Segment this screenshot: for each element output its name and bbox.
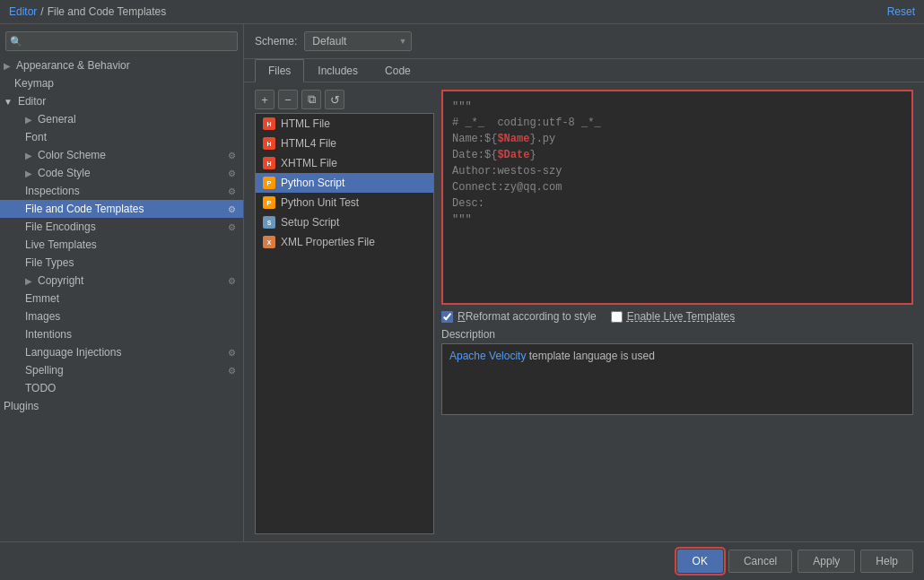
sidebar-item-language-injections[interactable]: Language Injections ⚙	[0, 343, 243, 361]
breadcrumb-separator: /	[40, 5, 43, 18]
sidebar-item-editor[interactable]: ▼ Editor	[0, 92, 243, 110]
scheme-bar: Scheme: Default Project	[244, 24, 924, 59]
file-item-label: XML Properties File	[281, 236, 375, 248]
list-item[interactable]: X XML Properties File	[256, 232, 433, 252]
sidebar-item-label: File Types	[25, 256, 74, 269]
sidebar-item-label: Images	[25, 310, 60, 323]
sidebar-item-inspections[interactable]: Inspections ⚙	[0, 182, 243, 200]
code-line: # _*_ coding:utf-8 _*_	[452, 115, 902, 131]
gear-icon: ⚙	[228, 169, 236, 178]
description-label: Description	[441, 328, 913, 341]
html-file-icon: H	[263, 157, 275, 169]
sidebar-item-todo[interactable]: TODO	[0, 379, 243, 397]
code-line: Author:westos-szy	[452, 163, 902, 179]
tab-includes[interactable]: Includes	[304, 59, 371, 82]
collapse-arrow-icon: ▶	[25, 276, 32, 286]
sidebar-item-copyright[interactable]: ▶ Copyright ⚙	[0, 272, 243, 290]
sidebar-item-label: Editor	[18, 95, 46, 108]
sidebar-item-file-encodings[interactable]: File Encodings ⚙	[0, 218, 243, 236]
breadcrumb-current: File and Code Templates	[48, 5, 167, 18]
sidebar-item-font[interactable]: Font	[0, 128, 243, 146]
copy-button[interactable]: ⧉	[301, 90, 321, 109]
sidebar-item-label: Emmet	[25, 292, 59, 305]
gear-icon: ⚙	[228, 204, 236, 214]
sidebar-item-color-scheme[interactable]: ▶ Color Scheme ⚙	[0, 146, 243, 164]
sidebar-item-emmet[interactable]: Emmet	[0, 290, 243, 307]
file-list-panel: + − ⧉ ↺ H HTML File H	[255, 90, 434, 534]
file-item-label: HTML File	[281, 117, 330, 130]
html-file-icon: H	[263, 137, 275, 150]
code-line: Connect:zy@qq.com	[452, 179, 902, 195]
reformat-checkbox[interactable]	[441, 311, 453, 323]
sidebar-item-appearance[interactable]: ▶ Appearance & Behavior	[0, 56, 243, 74]
sidebar-item-spelling[interactable]: Spelling ⚙	[0, 361, 243, 379]
code-line: """	[452, 99, 902, 115]
list-item[interactable]: P Python Script	[256, 173, 433, 193]
gear-icon: ⚙	[228, 276, 236, 286]
list-item[interactable]: P Python Unit Test	[256, 193, 433, 212]
sidebar-item-general[interactable]: ▶ General	[0, 110, 243, 128]
live-templates-checkbox-label[interactable]: Enable Live Templates	[611, 310, 736, 323]
reformat-label: RReformat according to style	[458, 310, 597, 323]
sidebar-item-label: Inspections	[25, 185, 80, 197]
breadcrumb-editor[interactable]: Editor	[9, 5, 37, 18]
sidebar-item-label: Plugins	[4, 400, 39, 412]
settings-dialog: Editor / File and Code Templates Reset 🔍…	[0, 0, 924, 580]
remove-button[interactable]: −	[278, 90, 298, 109]
sidebar-item-live-templates[interactable]: Live Templates	[0, 236, 243, 254]
html-file-icon: H	[263, 117, 275, 130]
sidebar-item-keymap[interactable]: Keymap	[0, 74, 243, 92]
list-item[interactable]: S Setup Script	[256, 212, 433, 232]
help-button[interactable]: Help	[860, 550, 913, 573]
setup-file-icon: S	[263, 216, 275, 229]
collapse-arrow-icon: ▶	[25, 151, 32, 160]
reset-link[interactable]: Reset	[887, 5, 915, 18]
sidebar-item-label: Intentions	[25, 328, 72, 341]
collapse-arrow-icon: ▼	[4, 97, 13, 107]
template-var: $Date	[497, 149, 529, 161]
list-item[interactable]: H HTML4 File	[256, 134, 433, 153]
search-input[interactable]	[5, 31, 238, 51]
dialog-footer: OK Cancel Apply Help	[0, 541, 924, 580]
reset-button[interactable]: ↺	[325, 90, 344, 109]
template-var: $Name	[497, 133, 529, 145]
file-item-label: HTML4 File	[281, 137, 336, 150]
sidebar-item-label: TODO	[25, 382, 56, 394]
scheme-label: Scheme:	[255, 35, 297, 48]
tab-code[interactable]: Code	[371, 59, 424, 82]
cancel-button[interactable]: Cancel	[728, 550, 792, 573]
ok-button[interactable]: OK	[677, 550, 723, 573]
search-box: 🔍	[5, 31, 238, 51]
file-item-label: Python Script	[281, 177, 344, 189]
python-file-icon: P	[263, 196, 275, 209]
sidebar-item-label: Copyright	[38, 274, 83, 287]
sidebar-item-label: Spelling	[25, 364, 64, 377]
sidebar-item-label: Appearance & Behavior	[16, 59, 130, 72]
apply-button[interactable]: Apply	[798, 550, 855, 573]
description-section: Description Apache Velocity template lan…	[441, 328, 913, 415]
sidebar-item-code-style[interactable]: ▶ Code Style ⚙	[0, 164, 243, 182]
scheme-select[interactable]: Default Project	[304, 31, 412, 51]
breadcrumb: Editor / File and Code Templates	[9, 5, 887, 18]
code-editor[interactable]: """ # _*_ coding:utf-8 _*_ Name:${$Name}…	[441, 90, 913, 305]
add-button[interactable]: +	[255, 90, 275, 109]
list-item[interactable]: H XHTML File	[256, 153, 433, 173]
editor-panel: """ # _*_ coding:utf-8 _*_ Name:${$Name}…	[441, 90, 913, 534]
sidebar-item-file-types[interactable]: File Types	[0, 254, 243, 272]
code-line: Desc:	[452, 195, 902, 212]
description-text: template language is used	[526, 350, 654, 362]
sidebar-item-images[interactable]: Images	[0, 307, 243, 325]
sidebar-item-plugins[interactable]: Plugins	[0, 397, 243, 415]
sidebar-item-file-and-code-templates[interactable]: File and Code Templates ⚙	[0, 200, 243, 218]
file-item-label: Python Unit Test	[281, 196, 359, 209]
sidebar-item-label: Color Scheme	[38, 149, 106, 161]
tab-files[interactable]: Files	[255, 59, 304, 82]
tabs-bar: Files Includes Code	[244, 59, 924, 82]
reformat-checkbox-label[interactable]: RReformat according to style	[441, 310, 597, 323]
sidebar-item-intentions[interactable]: Intentions	[0, 325, 243, 343]
sidebar-item-label: File and Code Templates	[25, 203, 144, 215]
list-toolbar: + − ⧉ ↺	[255, 90, 434, 109]
apache-velocity-link[interactable]: Apache Velocity	[449, 350, 526, 362]
list-item[interactable]: H HTML File	[256, 114, 433, 134]
live-templates-checkbox[interactable]	[611, 311, 623, 323]
